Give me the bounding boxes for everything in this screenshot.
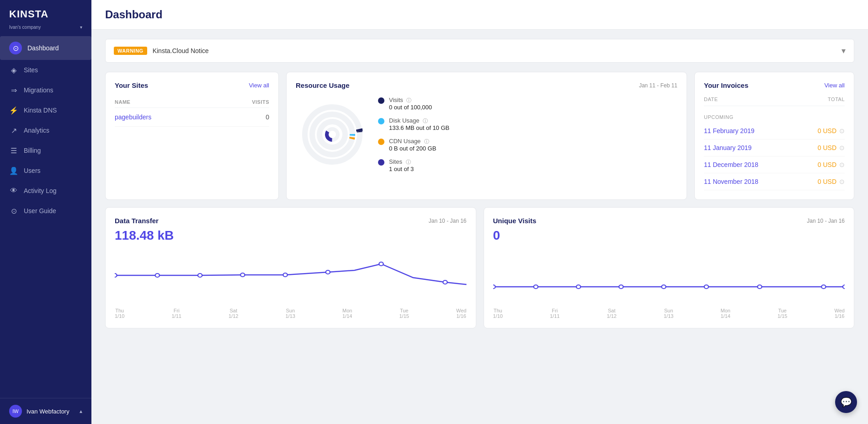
warning-text: Kinsta.Cloud Notice — [153, 47, 209, 54]
legend-sites: Sites ⓘ 1 out of 3 — [378, 158, 677, 172]
disk-dot — [378, 118, 384, 124]
svg-point-24 — [821, 285, 825, 289]
visits-info: Visits ⓘ 0 out of 100,000 — [389, 97, 432, 111]
billing-icon: ☰ — [9, 146, 18, 155]
footer-username: Ivan Webfactory — [27, 408, 69, 415]
invoice-row: 11 January 2019 0 USD ⊙ — [704, 140, 845, 156]
cdn-value: 0 B out of 200 GB — [389, 145, 436, 152]
data-transfer-value: 118.48 kB — [115, 228, 467, 243]
resource-legend: Visits ⓘ 0 out of 100,000 Disk Usage ⓘ 1… — [378, 97, 677, 172]
invoice-status-icon: ⊙ — [839, 127, 845, 134]
company-selector[interactable]: Ivan's company ▾ — [0, 25, 91, 36]
sidebar-item-dashboard[interactable]: ⊙ Dashboard — [0, 36, 91, 60]
sites-value: 1 out of 3 — [389, 166, 414, 172]
invoice-col-date: DATE — [704, 97, 718, 102]
unique-visits-date: Jan 10 - Jan 16 — [807, 218, 845, 224]
invoice-status-icon: ⊙ — [839, 161, 845, 168]
invoices-card-header: Your Invoices View all — [704, 81, 845, 89]
activity-icon: 👁 — [9, 186, 18, 195]
invoice-upcoming-label: UPCOMING — [704, 110, 845, 123]
invoice-amount: 0 USD ⊙ — [818, 127, 845, 134]
svg-point-9 — [115, 274, 117, 277]
chat-bubble[interactable]: 💬 — [835, 391, 857, 413]
sidebar-item-kinsta-dns[interactable]: ⚡ Kinsta DNS — [0, 100, 91, 120]
visits-info-icon[interactable]: ⓘ — [406, 97, 411, 103]
sites-view-all-link[interactable]: View all — [249, 82, 269, 89]
chart-label: Tue1/15 — [399, 308, 409, 319]
migrations-icon: ⇒ — [9, 86, 18, 95]
unique-visits-value: 0 — [493, 228, 845, 243]
resource-card-title: Resource Usage — [296, 81, 350, 89]
unique-visits-title: Unique Visits — [493, 217, 537, 225]
unique-visits-chart-area — [493, 250, 845, 305]
sites-info-icon[interactable]: ⓘ — [406, 159, 411, 165]
sidebar-item-label: Billing — [24, 147, 41, 154]
resource-card-header: Resource Usage Jan 11 - Feb 11 — [296, 81, 677, 89]
sidebar-item-migrations[interactable]: ⇒ Migrations — [0, 80, 91, 100]
donut-chart — [296, 98, 369, 171]
chat-icon: 💬 — [841, 397, 852, 408]
sites-card-title: Your Sites — [115, 81, 148, 89]
data-transfer-card: Data Transfer Jan 10 - Jan 16 118.48 kB — [105, 207, 476, 328]
invoice-amount: 0 USD ⊙ — [818, 161, 845, 168]
dns-icon: ⚡ — [9, 106, 18, 115]
visits-value: 0 out of 100,000 — [389, 104, 432, 111]
top-cards-row: Your Sites View all NAME VISITS pagebuil… — [105, 72, 854, 200]
invoices-card-title: Your Invoices — [704, 81, 748, 89]
donut-svg — [296, 98, 369, 171]
invoice-date[interactable]: 11 November 2018 — [704, 178, 758, 185]
data-transfer-header: Data Transfer Jan 10 - Jan 16 — [115, 217, 467, 225]
svg-point-22 — [704, 285, 708, 289]
data-transfer-date: Jan 10 - Jan 16 — [429, 218, 467, 224]
footer-user[interactable]: IW Ivan Webfactory — [9, 405, 69, 418]
sidebar-item-users[interactable]: 👤 Users — [0, 161, 91, 181]
site-link[interactable]: pagebuilders — [115, 113, 151, 121]
sidebar-item-billing[interactable]: ☰ Billing — [0, 140, 91, 161]
main-content: Dashboard WARNING Kinsta.Cloud Notice ▾ … — [91, 0, 868, 424]
invoices-view-all-link[interactable]: View all — [824, 82, 845, 89]
bottom-charts-row: Data Transfer Jan 10 - Jan 16 118.48 kB — [105, 207, 854, 328]
unique-visits-svg — [493, 250, 845, 305]
legend-visits: Visits ⓘ 0 out of 100,000 — [378, 97, 677, 111]
svg-point-19 — [576, 285, 580, 289]
visits-dot — [378, 97, 384, 104]
content-area: WARNING Kinsta.Cloud Notice ▾ Your Sites… — [91, 30, 868, 338]
warning-toggle-icon[interactable]: ▾ — [841, 46, 846, 56]
invoice-rows: 11 February 2019 0 USD ⊙ 11 January 2019… — [704, 123, 845, 190]
sites-card-header: Your Sites View all — [115, 81, 269, 89]
invoice-date[interactable]: 11 December 2018 — [704, 161, 758, 168]
visits-label: Visits ⓘ — [389, 97, 432, 104]
invoice-status-icon: ⊙ — [839, 144, 845, 151]
sidebar-item-label: Kinsta DNS — [24, 107, 57, 114]
data-transfer-chart-area — [115, 250, 467, 305]
cdn-label: CDN Usage ⓘ — [389, 138, 436, 145]
sites-col-name: NAME — [115, 97, 220, 108]
unique-visits-card: Unique Visits Jan 10 - Jan 16 0 — [484, 207, 855, 328]
invoice-date[interactable]: 11 January 2019 — [704, 144, 751, 151]
invoice-status-icon: ⊙ — [839, 178, 845, 185]
data-transfer-labels: Thu1/10 Fri1/11 Sat1/12 Sun1/13 Mon1/14 … — [115, 305, 467, 319]
sidebar-item-analytics[interactable]: ↗ Analytics — [0, 120, 91, 140]
chevron-up-icon: ▴ — [80, 408, 82, 414]
chart-label: Sat1/12 — [229, 308, 238, 319]
cdn-info-icon[interactable]: ⓘ — [424, 139, 429, 144]
warning-left: WARNING Kinsta.Cloud Notice — [114, 47, 209, 55]
sidebar-item-sites[interactable]: ◈ Sites — [0, 60, 91, 80]
avatar: IW — [9, 405, 22, 418]
resource-card: Resource Usage Jan 11 - Feb 11 — [286, 72, 687, 200]
sidebar-item-label: Sites — [24, 66, 38, 74]
topbar: Dashboard — [91, 0, 868, 30]
company-name: Ivan's company — [9, 25, 41, 30]
sites-card: Your Sites View all NAME VISITS pagebuil… — [105, 72, 279, 200]
disk-value: 133.6 MB out of 10 GB — [389, 124, 449, 131]
disk-info: Disk Usage ⓘ 133.6 MB out of 10 GB — [389, 117, 449, 131]
sidebar: KINSTA Ivan's company ▾ ⊙ Dashboard ◈ Si… — [0, 0, 91, 424]
warning-banner: WARNING Kinsta.Cloud Notice ▾ — [105, 39, 854, 63]
disk-info-icon[interactable]: ⓘ — [423, 118, 428, 123]
users-icon: 👤 — [9, 166, 18, 175]
logo-text: KINSTA — [9, 8, 48, 20]
sidebar-item-user-guide[interactable]: ⊙ User Guide — [0, 201, 91, 221]
analytics-icon: ↗ — [9, 126, 18, 135]
sidebar-item-activity-log[interactable]: 👁 Activity Log — [0, 181, 91, 201]
invoice-date[interactable]: 11 February 2019 — [704, 127, 755, 134]
